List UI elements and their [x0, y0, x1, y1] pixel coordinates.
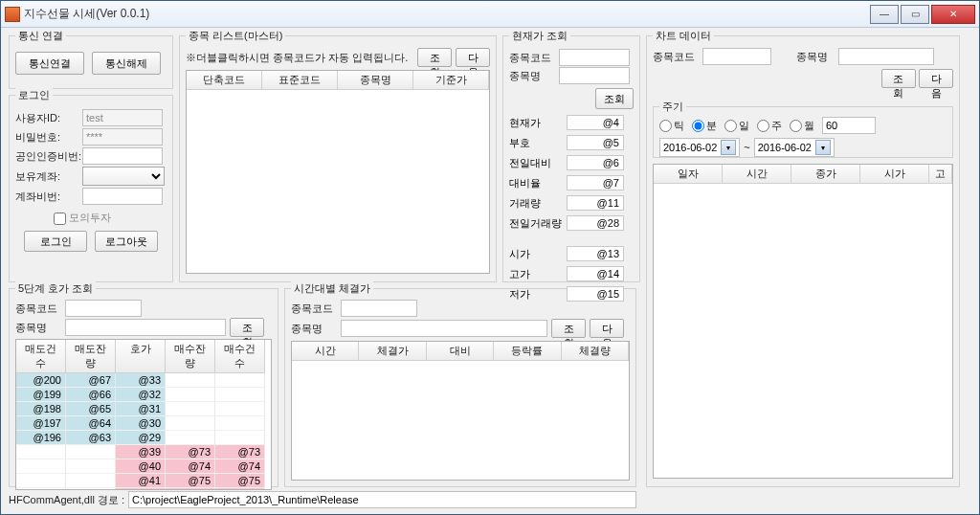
master-table[interactable]: 단축코드 표준코드 종목명 기준가 — [186, 70, 490, 274]
table-cell: @30 — [116, 416, 166, 431]
cert-field[interactable] — [82, 147, 163, 165]
tt-col-2: 대비 — [427, 342, 494, 361]
group-chart-label: 차트 데이터 — [653, 29, 714, 43]
table-cell: @33 — [116, 373, 166, 388]
mock-checkbox[interactable] — [54, 213, 66, 225]
table-cell — [215, 416, 265, 431]
ch-col-3: 시가 — [860, 165, 929, 184]
tt-next-button[interactable]: 다음 — [590, 319, 624, 338]
kv-value: @28 — [567, 215, 624, 231]
login-button[interactable]: 로그인 — [24, 231, 87, 252]
chart-query-button[interactable]: 조회 — [881, 69, 916, 88]
chart-next-button[interactable]: 다음 — [919, 69, 953, 88]
tt-table[interactable]: 시간 체결가 대비 등락률 체결량 — [291, 341, 630, 481]
logout-button[interactable]: 로그아웃 — [95, 231, 158, 252]
tt-col-1: 체결가 — [359, 342, 426, 361]
password-field[interactable] — [82, 128, 163, 146]
period-option[interactable]: 분 — [692, 119, 717, 133]
table-cell: @76 — [215, 488, 265, 490]
tt-query-button[interactable]: 조회 — [551, 319, 586, 338]
table-cell — [215, 431, 265, 445]
date-to[interactable]: 2016-06-02 ▾ — [754, 138, 835, 157]
group-current: 현재가 조회 종목코드 종목명 조회 현재가@4부호@5전일대비@6대비율@7거… — [502, 35, 640, 282]
master-hint: ※더블클릭하시면 종목코드가 자동 입력됩니다. — [186, 51, 413, 65]
group-chart: 차트 데이터 종목코드 종목명 조회 다음 주기 — [646, 35, 960, 487]
calendar-icon[interactable]: ▾ — [815, 140, 831, 155]
tt-code-label: 종목코드 — [291, 302, 341, 316]
kv-value: @14 — [567, 266, 624, 281]
table-cell: @74 — [215, 459, 265, 474]
kv-value: @5 — [567, 135, 624, 150]
period-option[interactable]: 월 — [790, 119, 814, 133]
table-cell — [166, 402, 215, 416]
close-button[interactable]: ✕ — [931, 5, 975, 24]
cur-code-input[interactable] — [559, 49, 630, 66]
kv-label: 대비율 — [509, 176, 567, 190]
cur-name-input[interactable] — [559, 67, 630, 84]
table-cell — [166, 431, 215, 445]
master-col-1: 표준코드 — [262, 71, 338, 90]
cur-name-label: 종목명 — [509, 69, 559, 83]
titlebar: 지수선물 시세(Ver 0.0.1) — ▭ ✕ — [1, 1, 979, 28]
period-title: 주기 — [659, 100, 686, 114]
main-window: 지수선물 시세(Ver 0.0.1) — ▭ ✕ 통신 연결 통신연결 통신해제… — [0, 0, 980, 515]
group-master-label: 종목 리스트(마스터) — [186, 29, 285, 43]
fivestep-code-input[interactable] — [65, 300, 142, 317]
table-cell: @67 — [66, 373, 116, 388]
maximize-button[interactable]: ▭ — [901, 5, 929, 24]
table-cell: @41 — [116, 474, 166, 488]
tt-name-input[interactable] — [341, 320, 547, 337]
table-cell — [16, 488, 66, 490]
cur-code-label: 종목코드 — [509, 51, 559, 65]
period-option[interactable]: 일 — [724, 119, 749, 133]
user-id-field[interactable] — [82, 109, 163, 126]
period-option[interactable]: 주 — [757, 119, 782, 133]
chart-code-label: 종목코드 — [653, 50, 699, 64]
ch-col-2: 종가 — [791, 165, 860, 184]
disconnect-button[interactable]: 통신해제 — [92, 52, 161, 75]
tilde: ~ — [744, 142, 749, 153]
kv-label: 저가 — [509, 287, 567, 302]
date-from[interactable]: 2016-06-02 ▾ — [659, 138, 740, 157]
connect-button[interactable]: 통신연결 — [15, 52, 84, 75]
table-cell — [215, 388, 265, 402]
cur-query-button[interactable]: 조회 — [595, 88, 634, 109]
chart-table[interactable]: 일자 시간 종가 시가 고 — [653, 164, 953, 479]
account-combo[interactable] — [82, 167, 165, 186]
table-cell — [215, 373, 265, 388]
master-next-button[interactable]: 다음 — [456, 48, 490, 67]
table-cell — [16, 459, 66, 474]
table-cell: @199 — [16, 388, 66, 402]
tt-code-input[interactable] — [341, 300, 417, 317]
app-icon — [5, 7, 20, 22]
tt-col-0: 시간 — [292, 342, 359, 361]
chart-code-input[interactable] — [702, 48, 771, 65]
chart-name-label: 종목명 — [796, 50, 835, 64]
calendar-icon[interactable]: ▾ — [721, 140, 736, 155]
kv-label: 부호 — [509, 136, 567, 150]
password-label: 비밀번호: — [15, 130, 82, 145]
footer-path[interactable] — [128, 491, 636, 508]
group-fivestep: 5단계 호가 조회 종목코드 종목명 조회 매도건수 매도잔량 호가 매수 — [9, 288, 278, 487]
fivestep-query-button[interactable]: 조회 — [230, 318, 264, 337]
table-cell — [66, 474, 116, 488]
master-col-3: 기준가 — [413, 71, 489, 90]
group-timetrade-label: 시간대별 체결가 — [291, 281, 373, 296]
fivestep-name-input[interactable] — [65, 319, 226, 336]
table-cell — [166, 373, 215, 388]
master-query-button[interactable]: 조회 — [417, 48, 452, 67]
period-value-input[interactable] — [822, 117, 876, 134]
kv-value: @15 — [567, 286, 624, 302]
table-cell: @31 — [116, 402, 166, 416]
chart-name-input[interactable] — [838, 48, 934, 65]
fivestep-table[interactable]: 매도건수 매도잔량 호가 매수잔량 매수건수 @200@67@33@199@66… — [15, 339, 272, 490]
table-cell: @39 — [116, 445, 166, 459]
table-cell: @65 — [66, 402, 116, 416]
minimize-button[interactable]: — — [870, 5, 899, 24]
period-option[interactable]: 틱 — [659, 119, 684, 133]
group-login-label: 로그인 — [15, 88, 53, 102]
accountpw-field[interactable] — [82, 188, 163, 205]
fivestep-name-label: 종목명 — [15, 321, 65, 335]
group-connection: 통신 연결 통신연결 통신해제 — [9, 35, 173, 89]
table-cell: @75 — [215, 474, 265, 488]
